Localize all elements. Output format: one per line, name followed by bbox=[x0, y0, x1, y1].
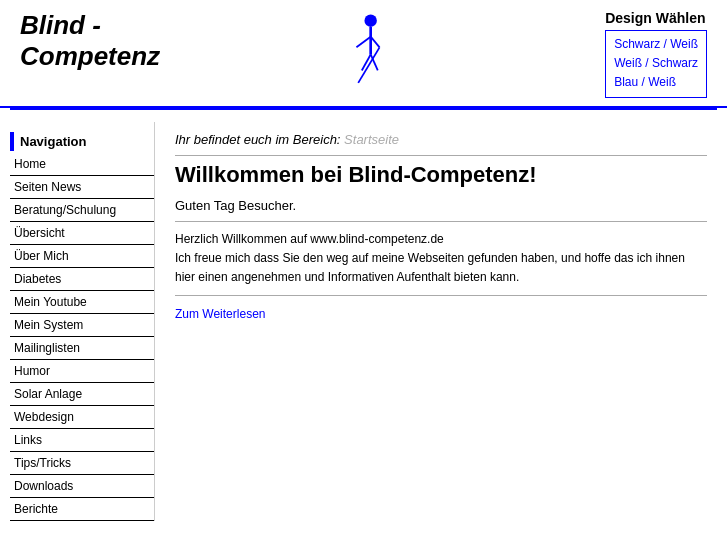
sidebar-nav-item[interactable]: Links bbox=[10, 429, 154, 452]
header-icon-area bbox=[343, 10, 403, 90]
svg-point-0 bbox=[364, 14, 376, 26]
design-title: Design Wählen bbox=[605, 10, 705, 26]
sidebar-nav-item[interactable]: Übersicht bbox=[10, 222, 154, 245]
breadcrumb-current: Startseite bbox=[344, 132, 399, 147]
title-line2: Competenz bbox=[20, 41, 160, 71]
sidebar-nav-item[interactable]: Beratung/Schulung bbox=[10, 199, 154, 222]
breadcrumb-bar: Ihr befindet euch im Bereich: Startseite bbox=[175, 132, 707, 156]
sidebar-nav-item[interactable]: Mein System bbox=[10, 314, 154, 337]
sidebar-nav-item[interactable]: Mein Youtube bbox=[10, 291, 154, 314]
site-title: Blind - Competenz bbox=[20, 10, 160, 72]
sidebar-nav-item[interactable]: Diabetes bbox=[10, 268, 154, 291]
sidebar-nav-item[interactable]: Home bbox=[10, 153, 154, 176]
svg-line-2 bbox=[356, 37, 370, 48]
sidebar-nav-item[interactable]: Solar Anlage bbox=[10, 383, 154, 406]
spacer bbox=[0, 110, 727, 122]
breadcrumb-prefix: Ihr befindet euch im Bereich: bbox=[175, 132, 340, 147]
content-title: Willkommen bei Blind-Competenz! bbox=[175, 162, 707, 188]
sidebar-nav-item[interactable]: Berichte bbox=[10, 498, 154, 521]
design-links-box: Schwarz / Weiß Weiß / Schwarz Blau / Wei… bbox=[605, 30, 707, 98]
sidebar: Navigation HomeSeiten NewsBeratung/Schul… bbox=[0, 122, 155, 521]
design-link-schwarz-weiss[interactable]: Schwarz / Weiß bbox=[614, 35, 698, 54]
weiterlesen-link[interactable]: Zum Weiterlesen bbox=[175, 307, 265, 321]
sidebar-nav-item[interactable]: Tips/Tricks bbox=[10, 452, 154, 475]
nav-heading: Navigation bbox=[10, 132, 154, 151]
welcome-text: Herzlich Willkommen auf www.blind-compet… bbox=[175, 230, 707, 297]
sidebar-nav-item[interactable]: Humor bbox=[10, 360, 154, 383]
design-selector: Design Wählen Schwarz / Weiß Weiß / Schw… bbox=[605, 10, 707, 98]
main-layout: Navigation HomeSeiten NewsBeratung/Schul… bbox=[0, 122, 727, 521]
sidebar-nav-item[interactable]: Seiten News bbox=[10, 176, 154, 199]
sidebar-nav-item[interactable]: Downloads bbox=[10, 475, 154, 498]
content-area: Ihr befindet euch im Bereich: Startseite… bbox=[155, 122, 727, 521]
sidebar-nav-item[interactable]: Webdesign bbox=[10, 406, 154, 429]
blind-person-icon bbox=[343, 10, 393, 90]
sidebar-nav-item[interactable]: Über Mich bbox=[10, 245, 154, 268]
greeting-text: Guten Tag Besucher. bbox=[175, 198, 707, 222]
design-link-weiss-schwarz[interactable]: Weiß / Schwarz bbox=[614, 54, 698, 73]
nav-items: HomeSeiten NewsBeratung/SchulungÜbersich… bbox=[10, 153, 154, 521]
title-line1: Blind - bbox=[20, 10, 101, 40]
site-header: Blind - Competenz Design Wählen Schwarz … bbox=[0, 0, 727, 108]
design-link-blau-weiss[interactable]: Blau / Weiß bbox=[614, 73, 698, 92]
sidebar-nav-item[interactable]: Mailinglisten bbox=[10, 337, 154, 360]
